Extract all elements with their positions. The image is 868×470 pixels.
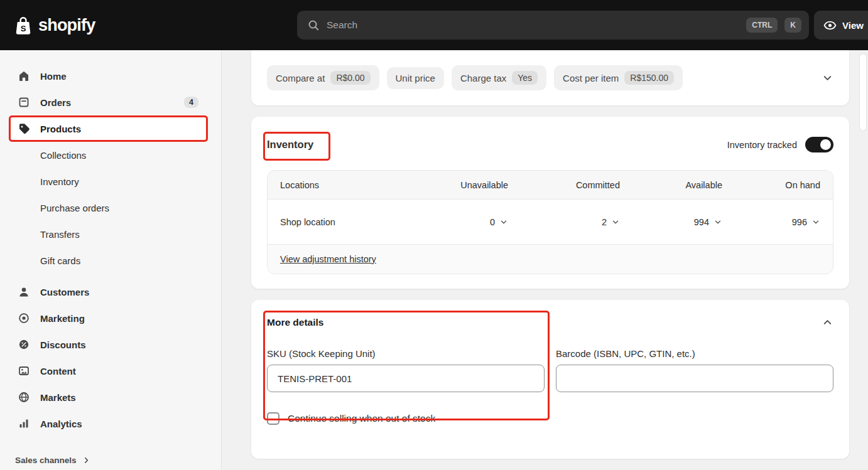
committed-value: 2 (602, 217, 607, 227)
markets-globe-icon (18, 391, 30, 403)
unavailable-value: 0 (490, 217, 495, 227)
chevron-right-icon (82, 456, 90, 464)
continue-selling-checkbox[interactable] (267, 412, 279, 425)
pill-label: Compare at (276, 73, 325, 83)
available-dropdown[interactable]: 994 (620, 217, 722, 227)
kbd-ctrl: CTRL (746, 18, 778, 33)
on-hand-value: 996 (792, 217, 807, 227)
view-button[interactable]: View (814, 11, 868, 40)
sidebar-item-analytics[interactable]: Analytics (9, 412, 207, 435)
sidebar-item-inventory[interactable]: Inventory (9, 169, 207, 193)
charge-tax-value-badge: Yes (512, 71, 538, 85)
more-details-header: More details (267, 316, 833, 328)
toggle-knob (820, 139, 831, 150)
sidebar-item-label: Content (40, 366, 76, 377)
sub-item-label: Gift cards (40, 255, 80, 266)
content-icon (18, 365, 30, 377)
col-header-committed: Committed (508, 180, 620, 190)
inventory-table-header-row: Locations Unavailable Committed Availabl… (268, 171, 833, 200)
more-details-title: More details (267, 317, 323, 328)
col-header-locations: Locations (280, 180, 394, 190)
topbar: S shopify Search CTRL K View (0, 0, 868, 50)
inventory-tracked-toggle[interactable] (805, 137, 833, 152)
orders-icon (18, 96, 30, 109)
customers-icon (18, 286, 30, 298)
compare-at-value-badge: R$0.00 (330, 71, 370, 85)
sidebar-item-label: Home (40, 71, 67, 82)
home-icon (18, 70, 30, 82)
inventory-title: Inventory (267, 139, 313, 151)
sidebar-item-transfers[interactable]: Transfers (9, 222, 207, 246)
compare-at-pill[interactable]: Compare at R$0.00 (267, 65, 379, 90)
kbd-k: K (784, 18, 801, 33)
cost-per-item-value-badge: R$150.00 (624, 71, 674, 85)
sidebar-item-label: Orders (40, 97, 71, 108)
pricing-pill-row: Compare at R$0.00 Unit price Charge tax … (251, 50, 849, 105)
sidebar-item-collections[interactable]: Collections (9, 143, 207, 167)
sales-channels-label: Sales channels (15, 456, 77, 465)
eye-icon (823, 19, 837, 32)
chevron-up-icon[interactable] (822, 316, 833, 328)
sidebar-item-home[interactable]: Home (9, 64, 207, 88)
available-value: 994 (694, 217, 709, 227)
sub-item-label: Collections (40, 150, 86, 161)
scrollbar-thumb[interactable] (860, 54, 866, 131)
charge-tax-pill[interactable]: Charge tax Yes (452, 65, 546, 90)
col-header-unavailable: Unavailable (394, 180, 508, 190)
inventory-table-footer: View adjustment history (268, 245, 833, 274)
inventory-table: Locations Unavailable Committed Availabl… (267, 170, 833, 274)
unit-price-pill[interactable]: Unit price (387, 67, 444, 89)
location-cell: Shop location (280, 217, 394, 227)
discounts-icon (18, 338, 30, 351)
sidebar-item-label: Marketing (40, 313, 85, 324)
sidebar-item-discounts[interactable]: Discounts (9, 333, 207, 356)
more-details-fields: SKU (Stock Keeping Unit) Barcode (ISBN, … (267, 348, 833, 392)
sidebar-item-products[interactable]: Products (9, 117, 207, 141)
sub-item-label: Transfers (40, 229, 80, 240)
sku-label: SKU (Stock Keeping Unit) (267, 348, 545, 359)
sub-item-label: Inventory (40, 176, 79, 187)
shopify-bag-icon: S (14, 15, 33, 36)
sidebar-item-markets[interactable]: Markets (9, 385, 207, 409)
inventory-card-header: Inventory Inventory tracked (267, 137, 833, 152)
pricing-summary-card: Compare at R$0.00 Unit price Charge tax … (251, 50, 849, 105)
analytics-bars-icon (18, 417, 30, 430)
pill-label: Cost per item (563, 73, 619, 83)
global-search-input[interactable]: Search CTRL K (297, 11, 809, 40)
chevron-down-icon (713, 218, 722, 227)
sku-input[interactable] (267, 365, 545, 392)
continue-selling-label: Continue selling when out of stock (288, 413, 435, 424)
chevron-down-icon (499, 218, 508, 227)
inventory-card: Inventory Inventory tracked Locations Un… (251, 117, 849, 289)
table-row: Shop location 0 2 994 996 (268, 200, 833, 245)
chevron-down-icon[interactable] (822, 72, 833, 84)
view-adjustment-history-link[interactable]: View adjustment history (280, 254, 376, 264)
sidebar-item-orders[interactable]: Orders 4 (9, 90, 207, 114)
sidebar-item-content[interactable]: Content (9, 359, 207, 383)
orders-count-badge: 4 (184, 97, 198, 108)
sku-field-group: SKU (Stock Keeping Unit) (267, 348, 545, 392)
chevron-down-icon (611, 218, 620, 227)
sidebar: Home Orders 4 Products Collections Inven… (0, 50, 222, 470)
sidebar-item-customers[interactable]: Customers (9, 280, 207, 304)
barcode-input[interactable] (556, 365, 833, 392)
sidebar-item-label: Discounts (40, 339, 86, 350)
products-tag-icon (18, 122, 30, 135)
sidebar-item-gift-cards[interactable]: Gift cards (9, 248, 207, 272)
on-hand-dropdown[interactable]: 996 (722, 217, 820, 227)
cost-per-item-pill[interactable]: Cost per item R$150.00 (554, 65, 683, 90)
search-icon (307, 19, 320, 31)
sales-channels-header[interactable]: Sales channels (0, 450, 221, 470)
pill-label: Unit price (396, 73, 435, 83)
marketing-icon (18, 312, 30, 324)
committed-dropdown[interactable]: 2 (508, 217, 620, 227)
inventory-tracked-label: Inventory tracked (727, 140, 797, 150)
unavailable-dropdown[interactable]: 0 (394, 217, 508, 227)
sidebar-item-purchase-orders[interactable]: Purchase orders (9, 196, 207, 220)
sidebar-item-label: Markets (40, 392, 76, 403)
shopify-logo[interactable]: S shopify (14, 15, 95, 36)
main-content: Compare at R$0.00 Unit price Charge tax … (222, 50, 868, 470)
pill-label: Charge tax (460, 73, 506, 83)
barcode-label: Barcode (ISBN, UPC, GTIN, etc.) (556, 348, 833, 359)
sidebar-item-marketing[interactable]: Marketing (9, 306, 207, 330)
